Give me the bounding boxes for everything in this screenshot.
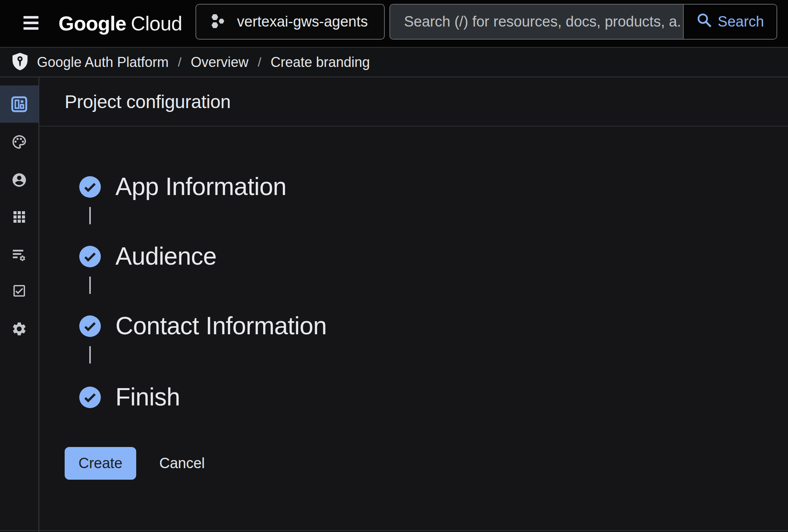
hamburger-icon [22, 13, 40, 33]
hamburger-menu-button[interactable] [18, 12, 43, 35]
create-button[interactable]: Create [65, 447, 136, 480]
step-complete-icon [79, 246, 101, 267]
account-circle-icon [11, 172, 27, 188]
step-label-finish: Finish [115, 384, 180, 410]
apps-grid-icon [12, 209, 27, 225]
breadcrumb-separator: / [258, 55, 261, 70]
search-input[interactable] [404, 13, 683, 30]
nav-item-clients[interactable] [0, 198, 38, 235]
left-nav-rail [0, 77, 39, 532]
search-magnifier-icon [696, 12, 712, 32]
dashboard-overview-icon [10, 95, 28, 113]
project-hexagons-icon [209, 12, 227, 32]
main-content: Project configuration App Information Au… [39, 77, 788, 532]
project-name: vertexai-gws-agents [237, 13, 368, 30]
google-cloud-console: Google Cloud vertexai-gws-agents [0, 0, 788, 532]
auth-platform-shield-key-icon [10, 52, 30, 73]
step-connector [89, 277, 91, 294]
list-gear-icon [11, 247, 27, 263]
breadcrumb-bar: Google Auth Platform / Overview / Create… [0, 47, 788, 77]
google-cloud-logo[interactable]: Google Cloud [58, 0, 182, 47]
logo-google-text: Google [58, 12, 126, 35]
step-connector [89, 346, 91, 364]
nav-item-data-access[interactable] [0, 236, 38, 274]
palette-icon [11, 134, 27, 150]
page-title: Project configuration [65, 91, 230, 112]
checkbox-checked-icon [12, 283, 27, 299]
step-complete-icon [79, 176, 101, 198]
step-connector [89, 207, 91, 224]
nav-item-settings[interactable] [0, 310, 38, 347]
step-complete-icon [79, 387, 101, 408]
cancel-button[interactable]: Cancel [155, 447, 209, 480]
breadcrumb-item-create-branding: Create branding [270, 54, 370, 70]
page-header: Project configuration [39, 77, 788, 127]
nav-item-audience[interactable] [0, 161, 38, 198]
step-complete-icon [79, 315, 101, 337]
search-input-region [390, 5, 683, 39]
nav-item-overview[interactable] [0, 85, 38, 123]
bottom-divider [0, 530, 788, 531]
breadcrumb-separator: / [178, 55, 181, 70]
breadcrumb-item-auth-platform[interactable]: Google Auth Platform [37, 54, 169, 70]
nav-item-verification[interactable] [0, 272, 38, 309]
step-label-audience: Audience [115, 243, 217, 270]
nav-item-branding[interactable] [0, 123, 38, 160]
settings-gear-icon [11, 321, 27, 337]
step-label-app-information: App Information [115, 173, 286, 200]
logo-cloud-text: Cloud [131, 12, 182, 35]
project-selector[interactable]: vertexai-gws-agents [195, 4, 385, 40]
search-button-label: Search [718, 13, 764, 30]
step-label-contact-information: Contact Information [115, 312, 327, 339]
global-search-bar: Search [389, 4, 777, 40]
breadcrumb: Google Auth Platform / Overview / Create… [37, 54, 370, 70]
search-button[interactable]: Search [683, 5, 776, 39]
breadcrumb-item-overview[interactable]: Overview [191, 54, 249, 70]
top-app-bar: Google Cloud vertexai-gws-agents [0, 0, 788, 47]
